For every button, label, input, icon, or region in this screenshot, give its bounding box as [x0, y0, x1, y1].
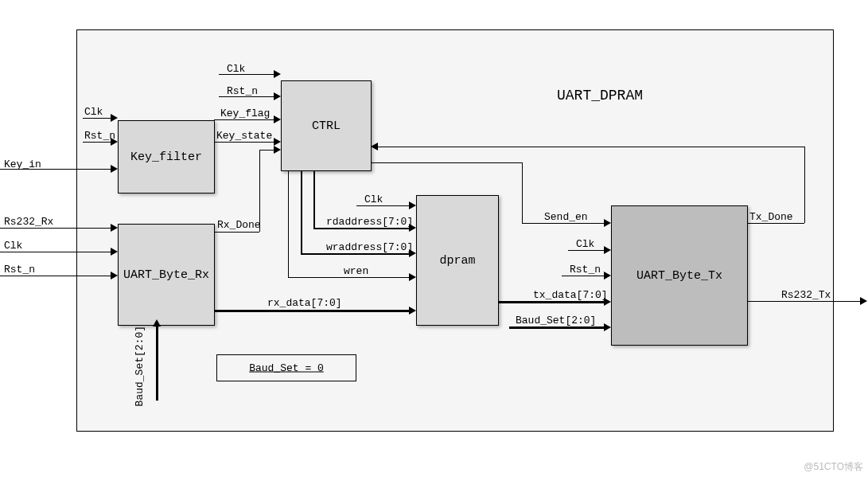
- wire: [522, 223, 604, 224]
- arrow-icon: [111, 138, 118, 146]
- arrow-icon: [604, 298, 611, 306]
- label: CTRL: [282, 119, 371, 133]
- arrow-icon: [111, 272, 118, 280]
- arrow-icon: [604, 323, 611, 331]
- bus: [156, 325, 158, 401]
- arrow-icon: [409, 273, 416, 281]
- bus: [509, 326, 605, 329]
- port-clk-ctrl: Clk: [227, 63, 245, 75]
- label: dpram: [417, 254, 498, 268]
- port-clk-dpram: Clk: [364, 194, 383, 205]
- arrow-icon: [274, 92, 281, 100]
- label: UART_Byte_Tx: [612, 269, 747, 283]
- bus: [301, 170, 302, 254]
- port-rst-n-tx: Rst_n: [570, 264, 601, 276]
- bus: [214, 310, 410, 312]
- arrow-icon: [274, 70, 281, 78]
- bus: [301, 253, 409, 255]
- wire: [288, 277, 409, 278]
- arrow-icon: [111, 114, 118, 122]
- wire: [259, 150, 260, 232]
- port-clk: Clk: [84, 106, 103, 118]
- wire: [83, 118, 111, 119]
- port-rst-n-ctrl: Rst_n: [227, 85, 258, 97]
- label: UART_Byte_Rx: [119, 268, 214, 282]
- arrow-icon: [111, 248, 118, 256]
- block-dpram: dpram: [416, 195, 499, 326]
- port-key-flag: Key_flag: [220, 108, 270, 119]
- wire: [371, 162, 522, 163]
- arrow-icon: [860, 297, 867, 305]
- arrow-icon: [274, 138, 281, 146]
- wire: [804, 147, 805, 223]
- arrow-icon: [111, 224, 118, 232]
- wire: [747, 301, 862, 302]
- wire: [0, 228, 111, 229]
- arrow-icon: [604, 219, 611, 227]
- arrow-icon: [604, 272, 611, 280]
- arrow-icon: [153, 319, 161, 326]
- bus: [313, 228, 409, 229]
- wire: [259, 150, 274, 151]
- block-uart-rx: UART_Byte_Rx: [118, 224, 215, 326]
- label: Baud_Set = 0: [217, 362, 356, 374]
- wire: [214, 232, 259, 233]
- port-wraddress: wraddress[7:0]: [326, 241, 413, 253]
- block-ctrl: CTRL: [281, 80, 372, 171]
- wire: [0, 252, 111, 252]
- port-tx-done: Tx_Done: [749, 211, 793, 223]
- module-title: UART_DPRAM: [557, 88, 643, 104]
- port-clk-2: Clk: [4, 240, 22, 252]
- wire: [288, 170, 289, 277]
- wire: [214, 119, 274, 120]
- bus: [313, 170, 315, 229]
- port-wren: wren: [344, 265, 368, 277]
- arrow-icon: [409, 249, 416, 257]
- wire: [562, 276, 604, 276]
- wire: [522, 162, 523, 223]
- port-rdaddress: rdaddress[7:0]: [326, 216, 413, 228]
- port-baud-rx: Baud_Set[2:0]: [134, 326, 146, 406]
- wire: [83, 142, 111, 143]
- block-key-filter: Key_filter: [118, 120, 215, 194]
- arrow-icon: [409, 224, 416, 232]
- arrow-icon: [111, 165, 118, 173]
- bus: [498, 301, 605, 303]
- port-clk-tx: Clk: [576, 238, 594, 250]
- wire: [371, 147, 804, 147]
- wire: [568, 250, 604, 251]
- arrow-icon: [371, 143, 378, 151]
- arrow-icon: [274, 146, 281, 154]
- port-key-state: Key_state: [216, 130, 272, 142]
- arrow-icon: [274, 115, 281, 123]
- block-uart-tx: UART_Byte_Tx: [611, 205, 748, 346]
- wire: [0, 276, 111, 276]
- wire: [747, 223, 804, 224]
- arrow-icon: [604, 246, 611, 254]
- port-rs232-tx: Rs232_Tx: [781, 289, 831, 301]
- port-rx-data: rx_data[7:0]: [267, 297, 342, 309]
- port-rs232-rx: Rs232_Rx: [4, 216, 53, 228]
- arrow-icon: [409, 307, 416, 315]
- port-send-en: Send_en: [544, 211, 588, 223]
- wire: [0, 169, 111, 170]
- wire: [219, 96, 274, 97]
- port-tx-data: tx_data[7:0]: [533, 289, 608, 301]
- wire: [356, 205, 409, 206]
- wire: [214, 142, 274, 143]
- note-baud-set: Baud_Set = 0: [216, 354, 356, 381]
- label: Key_filter: [119, 151, 214, 164]
- port-rx-done: Rx_Done: [217, 219, 261, 231]
- port-rst-n-2: Rst_n: [4, 264, 35, 276]
- watermark: @51CTO博客: [804, 460, 863, 474]
- port-baud-tx: Baud_Set[2:0]: [516, 315, 596, 326]
- arrow-icon: [409, 201, 416, 209]
- wire: [219, 74, 274, 75]
